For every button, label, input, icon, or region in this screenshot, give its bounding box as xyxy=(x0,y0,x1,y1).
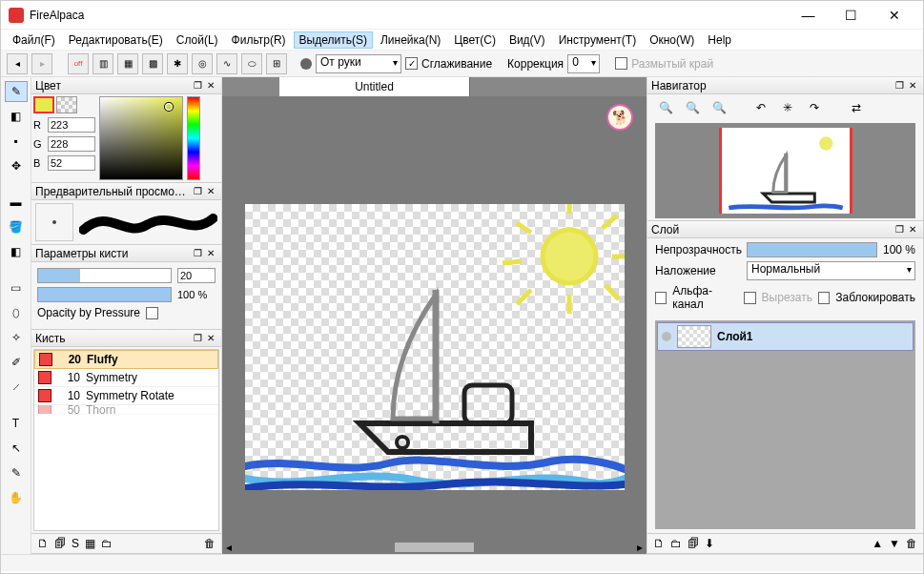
brush-dup-icon[interactable]: 🗐 xyxy=(54,537,66,550)
panel-undock-icon[interactable]: ❐ xyxy=(893,80,906,91)
brush-item[interactable]: 50 Thorn xyxy=(34,405,218,415)
scroll-left-icon[interactable]: ◂ xyxy=(222,541,236,554)
cursor-tool[interactable]: ↖ xyxy=(5,438,28,459)
snap-parallel-button[interactable]: ▥ xyxy=(92,53,113,74)
brush-preview-header[interactable]: Предварительный просмотр... ❐ ✕ xyxy=(31,183,221,200)
layer-dup-icon[interactable]: 🗐 xyxy=(688,537,699,550)
zoom-in-icon[interactable]: 🔍 xyxy=(655,98,676,117)
zoom-out-icon[interactable]: 🔍 xyxy=(682,98,703,117)
g-input[interactable] xyxy=(48,136,95,152)
background-swatch[interactable] xyxy=(56,96,77,113)
panel-close-icon[interactable]: ✕ xyxy=(204,186,217,196)
horizontal-scrollbar[interactable]: ◂ ▸ xyxy=(222,541,647,554)
hand-tool[interactable]: ✋ xyxy=(5,487,28,508)
brush-img-icon[interactable]: ▦ xyxy=(85,537,95,550)
b-input[interactable] xyxy=(48,155,95,171)
draw-mode-select[interactable]: От руки xyxy=(316,54,401,73)
brush-list-header[interactable]: Кисть ❐ ✕ xyxy=(31,330,221,347)
navigator-header[interactable]: Навигатор ❐ ✕ xyxy=(647,77,923,94)
panel-undock-icon[interactable]: ❐ xyxy=(191,186,204,196)
r-input[interactable] xyxy=(48,117,95,133)
layer-down-icon[interactable]: ▼ xyxy=(889,537,900,550)
layer-opacity-slider[interactable] xyxy=(747,242,877,257)
panel-close-icon[interactable]: ✕ xyxy=(204,333,217,343)
clip-checkbox[interactable] xyxy=(744,292,755,304)
select-lasso-tool[interactable]: ⬯ xyxy=(5,302,28,323)
hue-slider[interactable] xyxy=(187,96,200,180)
brush-item[interactable]: 10 Symmetry xyxy=(34,369,218,387)
dot-tool[interactable]: ▪ xyxy=(5,131,28,152)
menu-edit[interactable]: Редактировать(E) xyxy=(63,31,169,49)
panel-undock-icon[interactable]: ❐ xyxy=(191,80,204,91)
gradient-tool[interactable]: ◧ xyxy=(5,241,28,262)
layer-delete-icon[interactable]: 🗑 xyxy=(906,537,917,550)
brush-list[interactable]: 20 Fluffy 10 Symmetry 10 Symmetry Rotate… xyxy=(33,349,219,531)
layer-up-icon[interactable]: ▲ xyxy=(872,537,883,550)
rotate-left-icon[interactable]: ↶ xyxy=(750,98,771,117)
brush-size-slider[interactable] xyxy=(37,268,172,283)
bucket-tool[interactable]: 🪣 xyxy=(5,216,28,237)
scroll-right-icon[interactable]: ▸ xyxy=(633,541,647,554)
layer-new-icon[interactable]: 🗋 xyxy=(653,537,665,550)
navigator-thumbnail[interactable] xyxy=(655,123,915,218)
menu-help[interactable]: Help xyxy=(702,31,737,49)
snap-radial-button[interactable]: ✱ xyxy=(167,53,188,74)
panel-undock-icon[interactable]: ❐ xyxy=(191,248,204,258)
menu-view[interactable]: Вид(V) xyxy=(503,31,551,49)
brush-script-icon[interactable]: S xyxy=(72,537,79,550)
minimize-button[interactable]: — xyxy=(787,2,830,29)
panel-close-icon[interactable]: ✕ xyxy=(906,80,919,91)
eraser-tool[interactable]: ◧ xyxy=(5,106,28,127)
snap-off-button[interactable]: off xyxy=(68,53,89,74)
eyedropper-tool[interactable]: ✎ xyxy=(5,462,28,483)
brush-tool[interactable]: ✎ xyxy=(5,81,28,102)
menu-layer[interactable]: Слой(L) xyxy=(171,31,224,49)
fill-tool[interactable]: ▬ xyxy=(5,192,28,213)
mascot-icon[interactable]: 🐕 xyxy=(606,104,633,131)
color-field[interactable] xyxy=(99,96,183,180)
smoothing-checkbox[interactable]: ✓ xyxy=(405,57,418,70)
layer-visibility-icon[interactable] xyxy=(662,332,671,341)
flip-icon[interactable]: ⇄ xyxy=(846,98,867,117)
rotate-reset-icon[interactable]: ✳ xyxy=(777,98,798,117)
layer-item[interactable]: Слой1 xyxy=(657,322,914,351)
brush-size-input[interactable] xyxy=(177,268,216,283)
brush-delete-icon[interactable]: 🗑 xyxy=(204,537,216,550)
brush-folder-icon[interactable]: 🗀 xyxy=(101,537,113,550)
canvas-viewport[interactable]: 🐕 xyxy=(222,96,647,541)
text-tool[interactable]: T xyxy=(5,413,28,434)
brush-item[interactable]: 10 Symmetry Rotate xyxy=(34,387,218,405)
lock-checkbox[interactable] xyxy=(818,292,830,304)
select-wand-tool[interactable]: ✧ xyxy=(5,327,28,348)
divide-tool[interactable]: ⟋ xyxy=(5,377,28,398)
canvas-tab[interactable]: Untitled xyxy=(279,77,470,96)
snap-curve-button[interactable]: ∿ xyxy=(216,53,237,74)
blur-edge-checkbox[interactable] xyxy=(615,57,627,70)
undo-button[interactable]: ◂ xyxy=(7,53,28,74)
move-tool[interactable]: ✥ xyxy=(5,155,28,176)
canvas[interactable] xyxy=(245,204,625,490)
menu-ruler[interactable]: Линейка(N) xyxy=(375,31,446,49)
menu-window[interactable]: Окно(W) xyxy=(644,31,700,49)
foreground-swatch[interactable] xyxy=(33,96,54,113)
brush-params-header[interactable]: Параметры кисти ❐ ✕ xyxy=(31,245,221,262)
select-pen-tool[interactable]: ✐ xyxy=(5,352,28,373)
layer-merge-icon[interactable]: ⬇ xyxy=(705,537,714,550)
brush-new-icon[interactable]: 🗋 xyxy=(37,537,49,550)
menu-file[interactable]: Файл(F) xyxy=(7,31,61,49)
layer-blend-select[interactable]: Нормальный xyxy=(747,261,915,280)
brush-item[interactable]: 20 Fluffy xyxy=(34,350,218,369)
menu-filter[interactable]: Фильтр(R) xyxy=(226,31,292,49)
opacity-pressure-checkbox[interactable] xyxy=(146,307,158,319)
close-button[interactable]: ✕ xyxy=(873,2,915,29)
zoom-fit-icon[interactable]: 🔍 xyxy=(708,98,729,117)
layer-folder-icon[interactable]: 🗀 xyxy=(670,537,682,550)
rotate-right-icon[interactable]: ↷ xyxy=(804,98,825,117)
menu-color[interactable]: Цвет(C) xyxy=(448,31,502,49)
maximize-button[interactable]: ☐ xyxy=(830,2,873,29)
snap-vanish-button[interactable]: ▩ xyxy=(142,53,163,74)
correction-select[interactable]: 0 xyxy=(567,54,600,73)
snap-grid-button[interactable]: ▦ xyxy=(117,53,138,74)
menu-tool[interactable]: Инструмент(T) xyxy=(553,31,643,49)
panel-close-icon[interactable]: ✕ xyxy=(204,248,217,258)
